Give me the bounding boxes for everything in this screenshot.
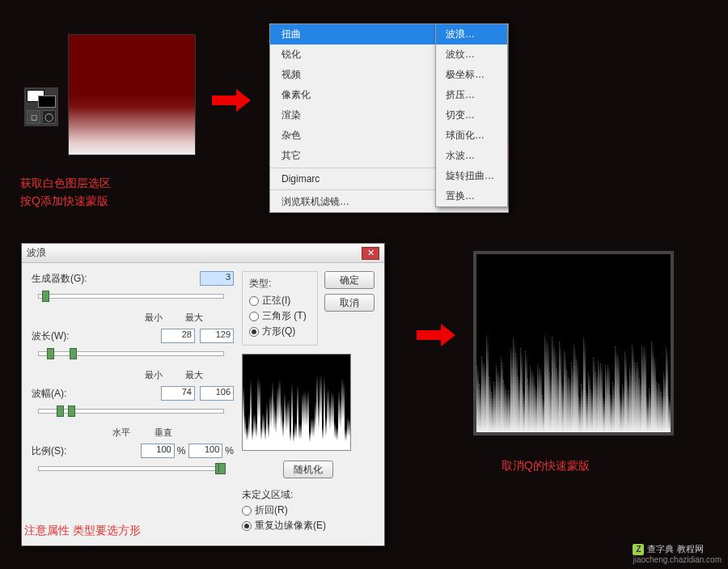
submenu-item-twirl[interactable]: 旋转扭曲…: [436, 166, 507, 186]
dialog-titlebar: 波浪 ✕: [22, 244, 384, 263]
close-icon: ✕: [367, 248, 375, 258]
amplitude-max-input[interactable]: 106: [200, 386, 234, 401]
scale-v-input[interactable]: 100: [188, 444, 222, 458]
type-square-radio[interactable]: 方形(Q): [249, 325, 311, 338]
amplitude-min-input[interactable]: 74: [161, 386, 195, 401]
submenu-item-polar[interactable]: 极坐标…: [436, 65, 507, 85]
generators-label: 生成器数(G):: [32, 272, 90, 286]
standard-mode-button[interactable]: ◻: [27, 110, 40, 124]
arrow-icon: [417, 324, 455, 346]
generators-input[interactable]: 3: [200, 271, 234, 286]
ok-button[interactable]: 确定: [324, 271, 375, 289]
wave-dialog: 波浪 ✕ 生成器数(G): 3 最小最大 波长(W): 28 129 最小最大 …: [21, 243, 385, 546]
submenu-item-zigzag[interactable]: 水波…: [436, 146, 507, 166]
watermark: Z查字典 教程网 jiaocheng.chazidian.com: [633, 543, 722, 564]
cancel-button[interactable]: 取消: [324, 294, 375, 312]
caption-step3: 注意属性 类型要选方形: [24, 521, 141, 539]
undefined-area-group: 未定义区域: 折回(R) 重复边缘像素(E): [242, 488, 375, 534]
scale-label: 比例(S):: [32, 444, 80, 458]
color-swatch[interactable]: [27, 90, 56, 108]
generators-slider[interactable]: [38, 294, 224, 299]
type-triangle-radio[interactable]: 三角形 (T): [249, 309, 311, 323]
result-preview: [473, 251, 674, 435]
red-gradient-preview: [68, 34, 196, 155]
submenu-item-shear[interactable]: 切变…: [436, 105, 507, 125]
scale-slider[interactable]: [38, 466, 224, 471]
wavelength-min-input[interactable]: 28: [161, 329, 195, 343]
quickmask-mode-button[interactable]: ◯: [42, 110, 56, 124]
submenu-item-displace[interactable]: 置换…: [436, 186, 507, 206]
amplitude-slider[interactable]: [38, 409, 224, 414]
submenu-item-ripple[interactable]: 波纹…: [436, 45, 507, 65]
undef-wrap-radio[interactable]: 折回(R): [242, 503, 375, 517]
arrow-icon: [212, 89, 251, 112]
type-fieldset: 类型: 正弦(I) 三角形 (T) 方形(Q): [242, 271, 318, 346]
type-sine-radio[interactable]: 正弦(I): [249, 294, 311, 308]
close-button[interactable]: ✕: [362, 247, 379, 260]
undef-repeat-radio[interactable]: 重复边缘像素(E): [242, 519, 375, 533]
dialog-title: 波浪: [27, 246, 46, 260]
caption-step4: 取消Q的快速蒙版: [502, 456, 590, 474]
caption-step1: 获取白色图层选区 按Q添加快速蒙版: [20, 174, 111, 210]
amplitude-label: 波幅(A):: [32, 387, 90, 401]
submenu-item-pinch[interactable]: 挤压…: [436, 85, 507, 105]
wave-preview: [242, 354, 351, 451]
scale-h-input[interactable]: 100: [141, 444, 175, 458]
submenu-item-spherize[interactable]: 球面化…: [436, 125, 507, 146]
tools-palette: ◻ ◯: [24, 87, 58, 126]
logo-icon: Z: [633, 544, 644, 555]
submenu-item-wave[interactable]: 波浪…: [436, 24, 507, 45]
wavelength-label: 波长(W):: [32, 329, 90, 343]
wavelength-max-input[interactable]: 129: [200, 329, 234, 343]
wavelength-slider[interactable]: [38, 351, 224, 356]
distort-submenu: 波浪… 波纹… 极坐标… 挤压… 切变… 球面化… 水波… 旋转扭曲… 置换…: [435, 23, 508, 207]
randomize-button[interactable]: 随机化: [283, 461, 333, 478]
